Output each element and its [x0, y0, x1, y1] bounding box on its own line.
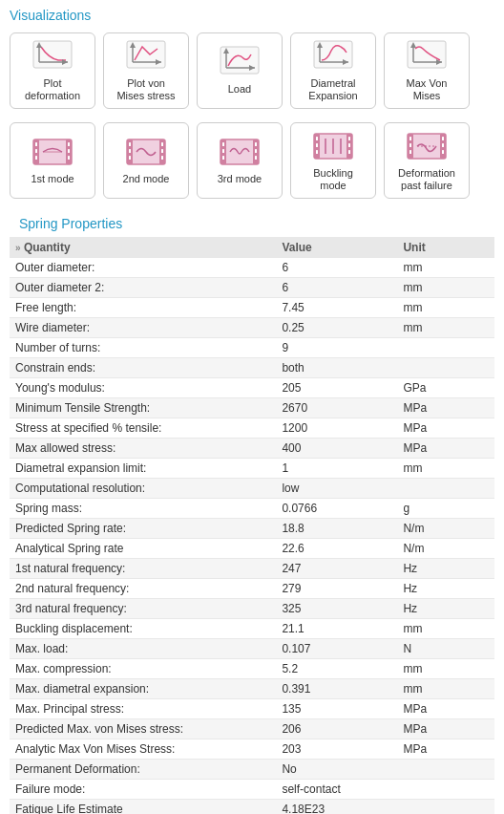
- viz-card-plot-von-mises[interactable]: Plot vonMises stress: [103, 32, 189, 109]
- svg-rect-57: [316, 143, 318, 147]
- cell-quantity: 2nd natural frequency:: [10, 579, 276, 599]
- viz-card-diametral-expansion[interactable]: DiametralExpansion: [290, 32, 376, 109]
- cell-unit: MPa: [397, 719, 494, 739]
- table-row: Spring mass: 0.0766 g: [10, 499, 494, 519]
- cell-value: 7.45: [276, 298, 397, 318]
- table-row: Computational resolution: low: [10, 479, 494, 499]
- cell-value: 0.107: [276, 639, 397, 659]
- deformation-past-failure-icon: [406, 129, 448, 163]
- cell-value: 4.18E23: [276, 800, 397, 815]
- cell-quantity: Max allowed stress:: [10, 439, 276, 459]
- cell-quantity: Diametral expansion limit:: [10, 459, 276, 479]
- header-value: Value: [276, 237, 397, 258]
- cell-value: 2670: [276, 398, 397, 418]
- cell-unit: g: [397, 499, 494, 519]
- viz-label-3rd-mode: 3rd mode: [218, 173, 262, 185]
- cell-value: 1200: [276, 418, 397, 439]
- cell-value: 5.2: [276, 659, 397, 679]
- viz-card-3rd-mode[interactable]: 3rd mode: [197, 122, 283, 199]
- cell-unit: mm: [397, 679, 494, 699]
- viz-card-2nd-mode[interactable]: 2nd mode: [103, 122, 189, 199]
- 1st-mode-icon: [32, 135, 74, 169]
- svg-rect-30: [35, 156, 37, 160]
- cell-unit: Hz: [397, 599, 494, 619]
- cell-quantity: Wire diameter:: [10, 318, 276, 338]
- cell-quantity: 1st natural frequency:: [10, 559, 276, 579]
- svg-rect-51: [255, 149, 257, 153]
- cell-value: 6: [276, 278, 397, 298]
- max-von-mises-icon: [406, 39, 448, 74]
- table-row: Max. diametral expansion: 0.391 mm: [10, 679, 494, 699]
- viz-card-deformation-past-failure[interactable]: Deformationpast failure: [384, 122, 470, 199]
- cell-quantity: Permanent Deformation:: [10, 760, 276, 780]
- svg-rect-31: [68, 142, 70, 146]
- viz-label-buckling-mode: Bucklingmode: [313, 167, 353, 192]
- cell-quantity: Buckling displacement:: [10, 619, 276, 639]
- table-row: Stress at specified % tensile: 1200 MPa: [10, 418, 494, 439]
- viz-card-plot-deformation[interactable]: Plotdeformation: [10, 32, 95, 109]
- cell-value: 203: [276, 739, 397, 760]
- cell-value: both: [276, 358, 397, 378]
- cell-value: 21.1: [276, 619, 397, 639]
- svg-rect-42: [161, 149, 163, 153]
- table-row: Max allowed stress: 400 MPa: [10, 439, 494, 459]
- table-row: Failure mode: self-contact: [10, 780, 494, 800]
- viz-label-diametral-expansion: DiametralExpansion: [308, 77, 357, 102]
- table-row: Max. compression: 5.2 mm: [10, 659, 494, 679]
- cell-unit: [397, 760, 494, 780]
- viz-grid-row2: 1st mode 2nd mode: [0, 118, 504, 208]
- cell-unit: MPa: [397, 398, 494, 418]
- svg-rect-60: [348, 143, 350, 147]
- svg-rect-73: [442, 150, 444, 154]
- header-quantity: » Quantity: [10, 237, 276, 258]
- svg-rect-72: [442, 143, 444, 147]
- viz-card-load[interactable]: Load: [197, 32, 283, 109]
- buckling-mode-icon: [312, 129, 354, 163]
- cell-value: 135: [276, 699, 397, 719]
- cell-unit: [397, 800, 494, 815]
- diametral-expansion-icon: [312, 39, 354, 74]
- cell-value: 279: [276, 579, 397, 599]
- cell-unit: Hz: [397, 559, 494, 579]
- cell-unit: mm: [397, 659, 494, 679]
- cell-value: 0.0766: [276, 499, 397, 519]
- table-row: Outer diameter: 6 mm: [10, 258, 494, 278]
- cell-quantity: Analytic Max Von Mises Stress:: [10, 739, 276, 760]
- header-unit: Unit: [397, 237, 494, 258]
- table-row: Minimum Tensile Strength: 2670 MPa: [10, 398, 494, 418]
- cell-quantity: 3rd natural frequency:: [10, 599, 276, 619]
- viz-label-deformation-past-failure: Deformationpast failure: [398, 167, 455, 192]
- cell-value: 18.8: [276, 519, 397, 539]
- viz-card-1st-mode[interactable]: 1st mode: [10, 122, 95, 199]
- cell-value: 22.6: [276, 539, 397, 559]
- cell-unit: mm: [397, 298, 494, 318]
- spring-properties-section: Spring Properties » Quantity Value Unit …: [0, 208, 504, 814]
- cell-unit: mm: [397, 459, 494, 479]
- svg-rect-33: [68, 156, 70, 160]
- viz-card-max-von-mises[interactable]: Max VonMises: [384, 32, 470, 109]
- viz-card-buckling-mode[interactable]: Bucklingmode: [290, 122, 376, 199]
- svg-rect-38: [129, 142, 131, 146]
- cell-quantity: Outer diameter 2:: [10, 278, 276, 298]
- svg-rect-39: [129, 149, 131, 153]
- visualizations-section: Visualizations Plotdeformation: [0, 0, 504, 208]
- cell-quantity: Max. load:: [10, 639, 276, 659]
- cell-value: 325: [276, 599, 397, 619]
- svg-rect-41: [161, 142, 163, 146]
- cell-unit: Hz: [397, 579, 494, 599]
- 2nd-mode-icon: [125, 135, 167, 169]
- plot-deformation-icon: [32, 39, 74, 74]
- table-row: Analytic Max Von Mises Stress: 203 MPa: [10, 739, 494, 760]
- svg-rect-71: [442, 137, 444, 140]
- viz-label-plot-von-mises: Plot vonMises stress: [116, 77, 175, 102]
- svg-rect-69: [410, 143, 411, 147]
- cell-quantity: Number of turns:: [10, 338, 276, 358]
- cell-unit: N/m: [397, 519, 494, 539]
- cell-unit: MPa: [397, 699, 494, 719]
- table-row: Predicted Max. von Mises stress: 206 MPa: [10, 719, 494, 739]
- svg-rect-28: [35, 142, 37, 146]
- viz-label-max-von-mises: Max VonMises: [407, 77, 448, 102]
- cell-value: No: [276, 760, 397, 780]
- table-row: Max. load: 0.107 N: [10, 639, 494, 659]
- cell-quantity: Predicted Spring rate:: [10, 519, 276, 539]
